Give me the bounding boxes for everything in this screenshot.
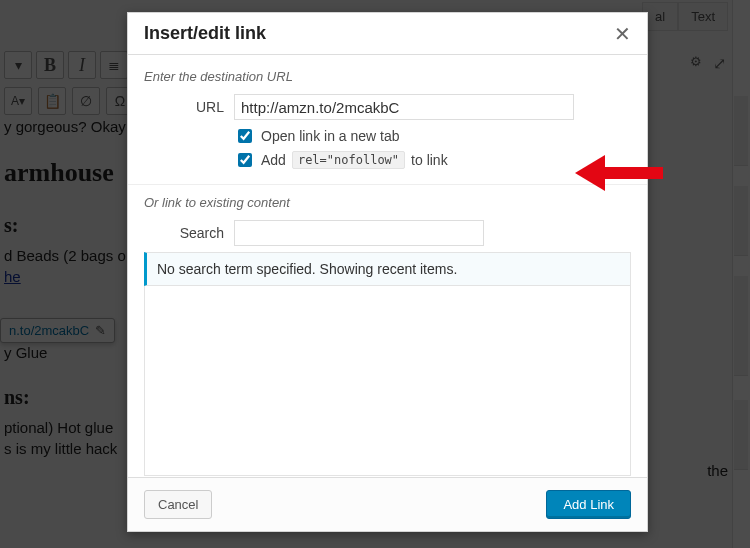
search-label: Search <box>144 225 224 241</box>
modal-title: Insert/edit link <box>144 23 266 44</box>
new-tab-checkbox[interactable]: Open link in a new tab <box>234 126 631 146</box>
search-results-list[interactable] <box>144 286 631 476</box>
search-input[interactable] <box>234 220 484 246</box>
search-results-hint: No search term specified. Showing recent… <box>144 252 631 286</box>
new-tab-label: Open link in a new tab <box>261 128 400 144</box>
nofollow-checkbox[interactable]: Add rel="nofollow" to link <box>234 150 631 170</box>
close-icon[interactable]: ✕ <box>614 24 631 44</box>
nofollow-code: rel="nofollow" <box>292 151 405 169</box>
url-input[interactable] <box>234 94 574 120</box>
new-tab-input[interactable] <box>238 129 252 143</box>
add-link-button[interactable]: Add Link <box>546 490 631 519</box>
nofollow-label-pre: Add <box>261 152 286 168</box>
nofollow-input[interactable] <box>238 153 252 167</box>
url-label: URL <box>144 99 224 115</box>
section-hint: Or link to existing content <box>144 195 631 210</box>
nofollow-label-post: to link <box>411 152 448 168</box>
cancel-button[interactable]: Cancel <box>144 490 212 519</box>
section-hint: Enter the destination URL <box>144 69 631 84</box>
insert-link-modal: Insert/edit link ✕ Enter the destination… <box>127 12 648 532</box>
